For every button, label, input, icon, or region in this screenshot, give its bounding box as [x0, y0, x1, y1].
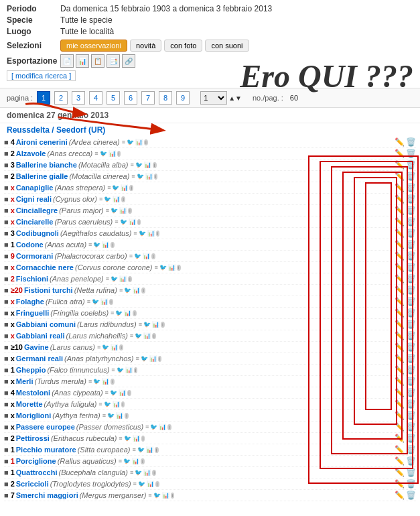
binoculars-icon[interactable]: 🐦	[137, 446, 145, 453]
chart-icon[interactable]: 📊	[113, 401, 120, 407]
chart-icon[interactable]: 📊	[113, 196, 120, 202]
binoculars-icon[interactable]: 🐦	[139, 230, 146, 237]
delete-icon[interactable]: 🗑️	[406, 263, 416, 272]
page-btn-6[interactable]: 6	[124, 91, 137, 105]
chart-icon[interactable]: 📊	[143, 253, 150, 259]
binoculars-icon[interactable]: 🐦	[111, 207, 118, 214]
list-icon[interactable]: ≡	[130, 332, 133, 339]
edit-icon[interactable]: ✏️	[395, 445, 405, 454]
species-name-link[interactable]: Mestoloni	[16, 389, 50, 397]
edit-icon[interactable]: ✏️	[395, 308, 405, 318]
list-icon[interactable]: ≡	[98, 401, 102, 407]
info-icon[interactable]: i	[119, 344, 123, 350]
edit-icon[interactable]: ✏️	[395, 320, 405, 329]
info-icon[interactable]: i	[128, 276, 132, 282]
list-icon[interactable]: ≡	[131, 173, 135, 180]
page-btn-3[interactable]: 3	[72, 91, 85, 105]
delete-icon[interactable]: 🗑️	[406, 377, 416, 386]
info-icon[interactable]: i	[121, 401, 125, 407]
binoculars-icon[interactable]: 🐦	[135, 332, 142, 339]
species-name-link[interactable]: Ballerine gialle	[16, 172, 68, 180]
list-icon[interactable]: ≡	[88, 378, 92, 385]
edit-icon[interactable]: ✏️	[395, 206, 405, 215]
delete-icon[interactable]: 🗑️	[406, 285, 416, 295]
species-name-link[interactable]: Cormorani	[16, 252, 54, 260]
edit-icon[interactable]: ✏️	[395, 251, 405, 261]
filter-con-suoni[interactable]: con suoni	[205, 40, 249, 52]
page-select[interactable]: 1 2 3	[200, 91, 227, 105]
species-name-link[interactable]: Smerchi maggiori	[16, 491, 78, 499]
edit-icon[interactable]: ✏️	[395, 456, 405, 466]
list-icon[interactable]: ≡	[99, 196, 102, 202]
list-icon[interactable]: ≡	[119, 435, 122, 442]
binoculars-icon[interactable]: 🐦	[107, 412, 115, 419]
binoculars-icon[interactable]: 🐦	[92, 298, 99, 305]
species-name-link[interactable]: Porciglione	[16, 457, 56, 465]
chart-icon[interactable]: 📊	[119, 207, 127, 214]
delete-icon[interactable]: 🗑️	[406, 251, 416, 261]
delete-icon[interactable]: 🗑️	[406, 456, 416, 466]
edit-icon[interactable]: ✏️	[395, 137, 405, 147]
binoculars-icon[interactable]: 🐦	[111, 275, 118, 282]
binoculars-icon[interactable]: 🐦	[137, 173, 144, 180]
info-icon[interactable]: i	[129, 185, 133, 191]
delete-icon[interactable]: 🗑️	[406, 411, 416, 420]
chart-icon[interactable]: 📊	[124, 310, 131, 316]
filter-mie-osservazioni[interactable]: mie osservazioni	[60, 40, 127, 52]
species-name-link[interactable]: Merli	[16, 377, 33, 385]
list-icon[interactable]: ≡	[106, 207, 109, 214]
modify-search-link[interactable]: [ modifica ricerca ]	[7, 70, 76, 81]
info-icon[interactable]: i	[133, 310, 137, 316]
edit-icon[interactable]: ✏️	[395, 388, 405, 397]
delete-icon[interactable]: 🗑️	[406, 445, 416, 454]
info-icon[interactable]: i	[177, 265, 181, 271]
info-icon[interactable]: i	[117, 151, 121, 157]
list-icon[interactable]: ≡	[102, 412, 106, 419]
list-icon[interactable]: ≡	[119, 458, 122, 464]
list-icon[interactable]: ≡	[107, 184, 111, 191]
list-icon[interactable]: ≡	[133, 446, 136, 453]
delete-icon[interactable]: 🗑️	[406, 320, 416, 329]
info-icon[interactable]: i	[134, 367, 138, 373]
species-name-link[interactable]: Canapiglie	[16, 184, 54, 192]
edit-icon[interactable]: ✏️	[395, 263, 405, 272]
binoculars-icon[interactable]: 🐦	[115, 310, 123, 316]
species-name-link[interactable]: Ballerine bianche	[16, 161, 77, 169]
species-name-link[interactable]: Cinciallegre	[16, 206, 58, 214]
info-icon[interactable]: i	[155, 447, 159, 453]
edit-icon[interactable]: ✏️	[395, 422, 405, 432]
list-icon[interactable]: ≡	[106, 275, 109, 282]
list-icon[interactable]: ≡	[119, 287, 123, 294]
delete-icon[interactable]: 🗑️	[406, 229, 416, 238]
info-icon[interactable]: i	[152, 470, 156, 476]
binoculars-icon[interactable]: 🐦	[141, 355, 148, 362]
species-name-link[interactable]: Pettirossi	[16, 434, 50, 442]
edit-icon[interactable]: ✏️	[395, 229, 405, 238]
binoculars-icon[interactable]: 🐦	[120, 218, 127, 225]
page-btn-9[interactable]: 9	[176, 91, 190, 105]
chart-icon[interactable]: 📊	[147, 230, 155, 237]
edit-icon[interactable]: ✏️	[395, 194, 405, 204]
delete-icon[interactable]: 🗑️	[406, 365, 416, 375]
edit-icon[interactable]: ✏️	[395, 411, 405, 420]
chart-icon[interactable]: 📊	[149, 355, 157, 362]
edit-icon[interactable]: ✏️	[395, 399, 405, 409]
info-icon[interactable]: i	[125, 413, 129, 419]
info-icon[interactable]: i	[152, 333, 156, 339]
delete-icon[interactable]: 🗑️	[406, 183, 416, 192]
delete-icon[interactable]: 🗑️	[406, 331, 416, 340]
info-icon[interactable]: i	[141, 458, 145, 464]
edit-icon[interactable]: ✏️	[395, 354, 405, 363]
delete-icon[interactable]: 🗑️	[406, 172, 416, 181]
species-name-link[interactable]: Fringuelli	[16, 309, 50, 317]
binoculars-icon[interactable]: 🐦	[124, 287, 131, 294]
chart-icon[interactable]: 📊	[144, 162, 151, 168]
delete-icon[interactable]: 🗑️	[406, 399, 416, 409]
page-btn-4[interactable]: 4	[89, 91, 102, 105]
info-icon[interactable]: i	[158, 356, 162, 362]
species-name-link[interactable]: Codibugnoli	[16, 229, 59, 237]
list-icon[interactable]: ≡	[122, 139, 125, 145]
export-icon-5[interactable]: 🔗	[122, 54, 135, 68]
list-icon[interactable]: ≡	[133, 230, 137, 237]
info-icon[interactable]: i	[167, 424, 171, 430]
